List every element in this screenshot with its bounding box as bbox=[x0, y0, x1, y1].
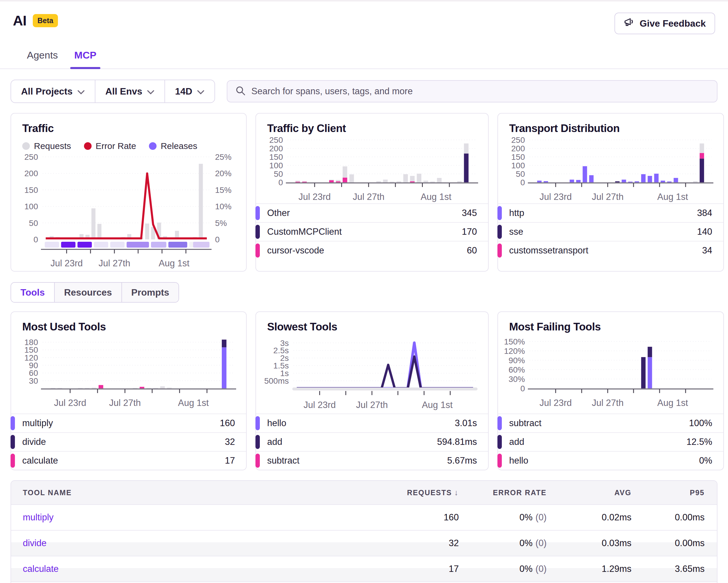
svg-text:20%: 20% bbox=[215, 169, 231, 178]
column-header-p95[interactable]: P95 bbox=[644, 488, 717, 497]
column-header-tool-name[interactable]: TOOL NAME bbox=[11, 488, 398, 497]
legend-row-add[interactable]: add594.81ms bbox=[256, 432, 488, 451]
series-value: 12.5% bbox=[686, 437, 712, 447]
transport-distribution-chart[interactable]: 050100150200250Jul 23rdJul 27thAug 1st bbox=[498, 135, 723, 203]
svg-text:Jul 27th: Jul 27th bbox=[353, 192, 385, 202]
svg-text:0: 0 bbox=[278, 178, 283, 187]
tab-agents[interactable]: Agents bbox=[27, 49, 58, 69]
series-value: 170 bbox=[462, 227, 477, 237]
legend-row-subtract[interactable]: subtract5.67ms bbox=[256, 451, 488, 470]
legend-row-customssetransport[interactable]: customssetransport34 bbox=[498, 241, 723, 260]
subtab-prompts[interactable]: Prompts bbox=[122, 283, 179, 302]
subtab-tools[interactable]: Tools bbox=[11, 283, 54, 302]
svg-text:200: 200 bbox=[511, 144, 525, 153]
legend-row-add[interactable]: add12.5% bbox=[498, 432, 723, 451]
search-icon bbox=[236, 86, 245, 97]
series-value: 0% bbox=[699, 455, 712, 466]
series-swatch bbox=[497, 416, 502, 430]
svg-text:50: 50 bbox=[274, 170, 283, 179]
traffic-by-client-chart[interactable]: 050100150200250Jul 23rdJul 27thAug 1st bbox=[256, 135, 488, 203]
svg-text:Jul 23rd: Jul 23rd bbox=[54, 398, 86, 408]
project-filter-dropdown[interactable]: All Projects bbox=[11, 80, 95, 102]
tool-chart-cards: Most Used Tools 306090120150180Jul 23rdJ… bbox=[0, 303, 728, 470]
subtab-resources[interactable]: Resources bbox=[54, 283, 122, 302]
column-header-requests[interactable]: REQUESTS↓ bbox=[398, 488, 471, 497]
client-legend-rows: Other345CustomMCPClient170cursor-vscode6… bbox=[256, 203, 488, 260]
most-failing-tools-card: Most Failing Tools 030%60%90%120%150%Jul… bbox=[497, 311, 724, 470]
traffic-chart[interactable]: 05010015020025005%10%15%20%25%Jul 23rdJu… bbox=[11, 151, 246, 271]
sort-desc-icon: ↓ bbox=[454, 488, 459, 497]
legend-row-hello[interactable]: hello3.01s bbox=[256, 413, 488, 432]
svg-text:250: 250 bbox=[269, 136, 283, 145]
date-range-dropdown[interactable]: 14D bbox=[164, 80, 214, 102]
slowest-legend-rows: hello3.01sadd594.81mssubtract5.67ms bbox=[256, 413, 488, 470]
svg-text:100: 100 bbox=[24, 202, 38, 211]
series-value: 32 bbox=[225, 437, 235, 447]
legend-row-http[interactable]: http384 bbox=[498, 203, 723, 222]
card-title: Most Used Tools bbox=[11, 321, 246, 333]
card-title: Traffic bbox=[11, 122, 246, 135]
svg-text:150: 150 bbox=[269, 152, 283, 161]
column-header-error-rate[interactable]: ERROR RATE bbox=[471, 488, 559, 497]
avg-cell: 1.29ms bbox=[559, 564, 644, 574]
svg-text:150: 150 bbox=[24, 185, 38, 195]
give-feedback-button[interactable]: Give Feedback bbox=[615, 12, 715, 34]
svg-text:Aug 1st: Aug 1st bbox=[657, 398, 688, 408]
svg-text:Aug 1st: Aug 1st bbox=[657, 192, 688, 202]
series-label: CustomMCPClient bbox=[267, 227, 342, 237]
tool-name-link[interactable]: calculate bbox=[11, 564, 398, 574]
legend-row-calculate[interactable]: calculate17 bbox=[11, 451, 246, 470]
svg-text:0: 0 bbox=[520, 178, 525, 187]
legend-row-Other[interactable]: Other345 bbox=[256, 203, 488, 222]
column-header-avg[interactable]: AVG bbox=[559, 488, 644, 497]
tool-name-link[interactable]: divide bbox=[11, 538, 398, 549]
svg-text:0: 0 bbox=[33, 235, 38, 244]
series-swatch bbox=[497, 435, 502, 449]
megaphone-icon bbox=[624, 17, 635, 30]
series-value: 140 bbox=[697, 227, 712, 237]
legend-row-multiply[interactable]: multiply160 bbox=[11, 413, 246, 432]
series-swatch bbox=[256, 435, 260, 449]
top-chart-cards: Traffic Requests Error Rate Releases 050… bbox=[0, 103, 728, 272]
series-value: 60 bbox=[467, 245, 477, 256]
requests-cell: 160 bbox=[398, 512, 471, 523]
most-failing-tools-chart[interactable]: 030%60%90%120%150%Jul 23rdJul 27thAug 1s… bbox=[498, 333, 723, 413]
legend-item-error-rate: Error Rate bbox=[84, 141, 136, 151]
tools-table-header: TOOL NAME REQUESTS↓ ERROR RATE AVG P95 bbox=[11, 481, 717, 504]
series-value: 345 bbox=[462, 208, 477, 218]
search-input[interactable]: Search for spans, users, tags, and more bbox=[227, 80, 718, 102]
env-filter-dropdown[interactable]: All Envs bbox=[95, 80, 164, 102]
legend-row-hello[interactable]: hello0% bbox=[498, 451, 723, 470]
series-label: Other bbox=[267, 208, 290, 218]
tab-mcp[interactable]: MCP bbox=[74, 49, 97, 69]
tool-name-link[interactable]: multiply bbox=[11, 512, 398, 523]
series-label: divide bbox=[22, 437, 46, 447]
svg-text:120%: 120% bbox=[504, 347, 525, 356]
svg-text:150%: 150% bbox=[504, 337, 525, 346]
svg-text:5%: 5% bbox=[215, 219, 227, 228]
svg-text:Jul 23rd: Jul 23rd bbox=[540, 192, 572, 202]
series-swatch bbox=[497, 206, 502, 220]
table-row-add: add1612.5%(2)594.81ms3.16s bbox=[11, 582, 717, 583]
svg-text:Jul 23rd: Jul 23rd bbox=[298, 192, 331, 202]
svg-text:100: 100 bbox=[511, 161, 525, 170]
svg-text:60%: 60% bbox=[509, 365, 525, 374]
svg-text:Jul 23rd: Jul 23rd bbox=[51, 258, 83, 269]
legend-row-CustomMCPClient[interactable]: CustomMCPClient170 bbox=[256, 222, 488, 241]
legend-row-subtract[interactable]: subtract100% bbox=[498, 413, 723, 432]
svg-text:15%: 15% bbox=[215, 185, 231, 195]
series-value: 34 bbox=[702, 245, 712, 256]
svg-text:100: 100 bbox=[269, 161, 283, 170]
svg-text:Jul 27th: Jul 27th bbox=[109, 398, 141, 408]
svg-text:Aug 1st: Aug 1st bbox=[159, 258, 190, 269]
svg-text:Jul 27th: Jul 27th bbox=[356, 400, 388, 410]
series-swatch bbox=[10, 454, 15, 468]
most-used-tools-chart[interactable]: 306090120150180Jul 23rdJul 27thAug 1st bbox=[11, 333, 246, 413]
legend-row-sse[interactable]: sse140 bbox=[498, 222, 723, 241]
filter-segmented-control: All Projects All Envs 14D bbox=[10, 80, 215, 103]
error-rate-dot bbox=[84, 142, 92, 150]
slowest-tools-chart[interactable]: 500ms1s1.5s2s2.5s3sJul 23rdJul 27thAug 1… bbox=[256, 333, 488, 413]
legend-row-divide[interactable]: divide32 bbox=[11, 432, 246, 451]
traffic-by-client-card: Traffic by Client 050100150200250Jul 23r… bbox=[256, 113, 489, 272]
legend-row-cursor-vscode[interactable]: cursor-vscode60 bbox=[256, 241, 488, 260]
